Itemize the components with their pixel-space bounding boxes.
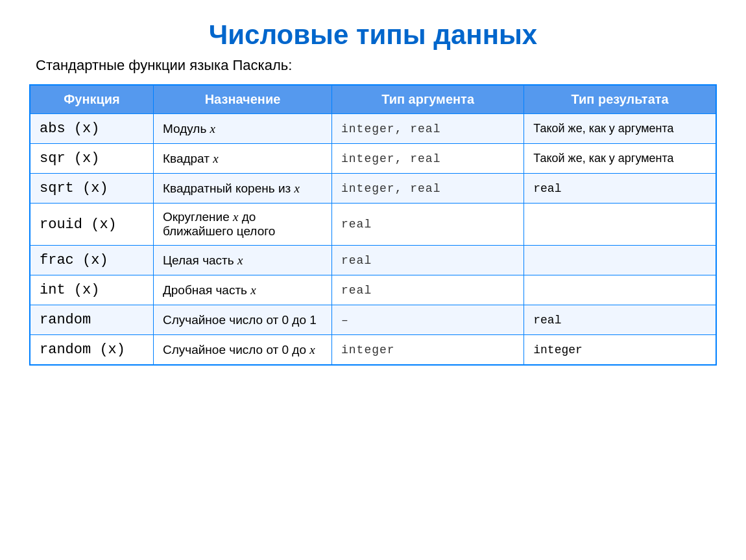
cell-result: real xyxy=(524,305,716,335)
cell-desc: Случайное число от 0 до x xyxy=(153,335,331,366)
header-func: Функция xyxy=(30,85,153,114)
cell-func: abs (x) xyxy=(30,114,153,144)
table-row: frac (x)Целая часть xreal xyxy=(30,246,716,275)
cell-desc: Модуль x xyxy=(153,114,331,144)
cell-desc: Квадратный корень из x xyxy=(153,174,331,204)
cell-arg: integer, real xyxy=(332,114,524,144)
cell-desc: Квадрат x xyxy=(153,144,331,174)
table-row: abs (x)Модуль xinteger, realТакой же, ка… xyxy=(30,114,716,144)
table-row: randomСлучайное число от 0 до 1–real xyxy=(30,305,716,335)
header-result: Тип результата xyxy=(524,85,716,114)
header-desc: Назначение xyxy=(153,85,331,114)
functions-table: Функция Назначение Тип аргумента Тип рез… xyxy=(29,84,717,366)
table-header-row: Функция Назначение Тип аргумента Тип рез… xyxy=(30,85,716,114)
cell-result xyxy=(524,204,716,246)
table-row: int (x)Дробная часть xreal xyxy=(30,275,716,305)
table-row: rouid (x)Округление x до ближайшего цело… xyxy=(30,204,716,246)
cell-desc: Случайное число от 0 до 1 xyxy=(153,305,331,335)
cell-func: frac (x) xyxy=(30,246,153,275)
cell-func: int (x) xyxy=(30,275,153,305)
cell-arg: real xyxy=(332,204,524,246)
cell-arg: integer, real xyxy=(332,144,524,174)
cell-result: real xyxy=(524,174,716,204)
cell-result xyxy=(524,246,716,275)
cell-func: sqrt (x) xyxy=(30,174,153,204)
table-container: Функция Назначение Тип аргумента Тип рез… xyxy=(29,84,717,366)
cell-arg: integer xyxy=(332,335,524,366)
cell-arg: – xyxy=(332,305,524,335)
table-row: sqr (x)Квадрат xinteger, realТакой же, к… xyxy=(30,144,716,174)
header-arg: Тип аргумента xyxy=(332,85,524,114)
cell-result: Такой же, как у аргумента xyxy=(524,144,716,174)
cell-desc: Целая часть x xyxy=(153,246,331,275)
cell-desc: Дробная часть x xyxy=(153,275,331,305)
cell-result: integer xyxy=(524,335,716,366)
table-row: sqrt (x)Квадратный корень из xinteger, r… xyxy=(30,174,716,204)
cell-func: rouid (x) xyxy=(30,204,153,246)
page-title: Числовые типы данных xyxy=(209,19,537,51)
cell-result xyxy=(524,275,716,305)
cell-func: random (x) xyxy=(30,335,153,366)
subtitle: Стандартные функции языка Паскаль: xyxy=(29,57,717,74)
cell-func: sqr (x) xyxy=(30,144,153,174)
table-row: random (x)Случайное число от 0 до xinteg… xyxy=(30,335,716,366)
cell-desc: Округление x до ближайшего целого xyxy=(153,204,331,246)
cell-func: random xyxy=(30,305,153,335)
cell-arg: real xyxy=(332,246,524,275)
cell-result: Такой же, как у аргумента xyxy=(524,114,716,144)
cell-arg: integer, real xyxy=(332,174,524,204)
cell-arg: real xyxy=(332,275,524,305)
